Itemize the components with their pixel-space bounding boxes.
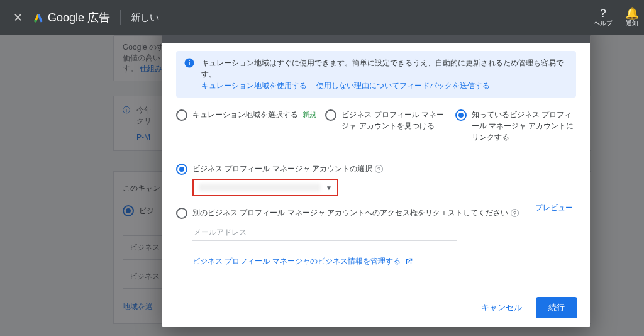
manage-bpm-link-text: ビジネス プロフィール マネージャのビジネス情報を管理する — [192, 256, 401, 267]
notif-label: 通知 — [626, 19, 638, 28]
suboption-select-bpm[interactable]: ビジネス プロフィール マネージャ アカウントの選択 ? — [176, 164, 532, 175]
info-icon — [184, 57, 195, 69]
modal-body: キュレーション地域はすぐに使用できます。簡単に設定できるうえ、自動的に更新される… — [162, 43, 590, 288]
help-button[interactable]: ？ ヘルプ — [594, 8, 613, 28]
select-location-modal: アカウントに適した地域を選択 キュレーション地域はすぐに使用できます。簡単に設定… — [162, 14, 590, 327]
primary-options: キュレーション地域を選択する 新規 ビジネス プロフィール マネージャ アカウン… — [176, 109, 576, 143]
close-icon[interactable]: ✕ — [5, 11, 30, 25]
app-header: ✕ Google 広告 新しい ？ ヘルプ 🔔 通知 — [0, 0, 644, 35]
bell-icon: 🔔 — [625, 8, 639, 19]
option-find-bpm-label: ビジネス プロフィール マネージャ アカウントを見つける — [341, 109, 446, 132]
preview-link[interactable]: プレビュー — [535, 203, 573, 212]
suboption-request-access[interactable]: 別のビジネス プロフィール マネージャ アカウントへのアクセス権をリクエストして… — [176, 208, 532, 219]
manage-bpm-link[interactable]: ビジネス プロフィール マネージャのビジネス情報を管理する — [192, 256, 413, 267]
suboption-request-access-label: 別のビジネス プロフィール マネージャ アカウントへのアクセス権をリクエストして… — [192, 208, 508, 218]
banner-link-feedback[interactable]: 使用しない理由についてフィードバックを送信する — [316, 81, 490, 90]
google-ads-logo: Google 広告 — [33, 10, 110, 25]
info-banner: キュレーション地域はすぐに使用できます。簡単に設定できるうえ、自動的に更新される… — [176, 51, 576, 98]
help-icon: ？ — [597, 8, 609, 19]
banner-link-use[interactable]: キュレーション地域を使用する — [201, 81, 307, 90]
brand-text: Google 広告 — [48, 10, 110, 25]
radio-selected-icon — [455, 109, 467, 121]
radio-icon — [325, 109, 336, 121]
svg-rect-2 — [189, 62, 190, 65]
email-field[interactable] — [192, 224, 457, 241]
bpm-account-select[interactable]: ▼ — [192, 179, 338, 196]
caret-down-icon: ▼ — [326, 184, 332, 191]
svg-point-0 — [34, 20, 37, 23]
cancel-button[interactable]: キャンセル — [472, 297, 531, 318]
selected-account-redacted — [199, 184, 321, 191]
modal-footer: キャンセル 続行 — [162, 288, 590, 327]
radio-icon — [176, 109, 187, 121]
continue-button[interactable]: 続行 — [536, 297, 577, 318]
external-link-icon — [404, 257, 413, 266]
option-link-bpm[interactable]: 知っているビジネス プロフィール マネージャ アカウントにリンクする — [455, 109, 576, 143]
help-label: ヘルプ — [594, 19, 613, 28]
option-curation[interactable]: キュレーション地域を選択する 新規 — [176, 109, 316, 143]
option-find-bpm[interactable]: ビジネス プロフィール マネージャ アカウントを見つける — [325, 109, 446, 143]
notifications-button[interactable]: 🔔 通知 — [625, 8, 639, 28]
header-divider — [120, 10, 121, 25]
separator — [176, 152, 576, 152]
svg-rect-3 — [189, 60, 190, 62]
help-tooltip-icon[interactable]: ? — [375, 165, 383, 173]
banner-text: キュレーション地域はすぐに使用できます。簡単に設定できるうえ、自動的に更新される… — [201, 57, 569, 80]
new-badge: 新規 — [303, 111, 316, 118]
radio-selected-icon — [176, 164, 187, 175]
option-link-bpm-label: 知っているビジネス プロフィール マネージャ アカウントにリンクする — [472, 109, 576, 143]
option-curation-label: キュレーション地域を選択する — [192, 110, 298, 119]
ads-logo-icon — [33, 12, 44, 23]
breadcrumb: 新しい — [131, 12, 159, 24]
suboption-select-bpm-label: ビジネス プロフィール マネージャ アカウントの選択 — [192, 164, 372, 174]
help-tooltip-icon[interactable]: ? — [511, 209, 519, 217]
radio-icon — [176, 208, 187, 219]
